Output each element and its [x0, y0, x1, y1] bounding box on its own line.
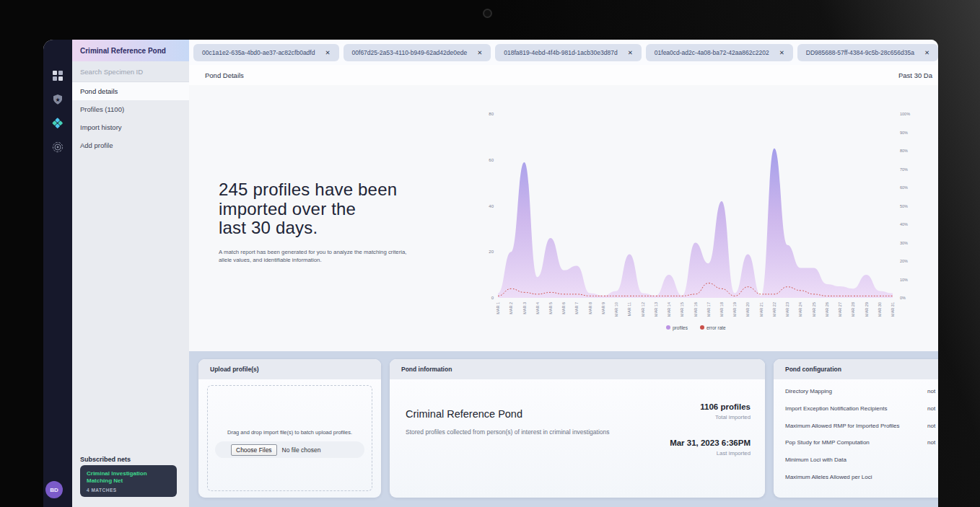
- svg-text:0%: 0%: [900, 296, 906, 300]
- hero-headline-line: imported over the: [219, 200, 414, 219]
- dashboard-grid-icon[interactable]: [52, 70, 64, 81]
- svg-text:MAR 31: MAR 31: [891, 302, 895, 317]
- svg-text:MAR 29: MAR 29: [865, 302, 869, 317]
- ponds-icon[interactable]: [52, 118, 64, 129]
- net-name: Criminal Investigation Matching Net: [87, 470, 170, 485]
- svg-text:40: 40: [489, 204, 494, 208]
- pond-description: Stored profiles collected from person(s)…: [406, 428, 610, 436]
- tab-bar: 00c1a1e2-635a-4bd0-ae37-ac82cfb0adfd✕00f…: [189, 40, 938, 66]
- subscribed-net-card[interactable]: Criminal Investigation Matching Net 4 MA…: [80, 465, 177, 497]
- svg-text:90%: 90%: [900, 131, 908, 135]
- config-label: Maximum Allowed RMP for Imported Profile…: [785, 423, 900, 429]
- svg-text:profiles: profiles: [673, 325, 688, 331]
- specimen-tab-1[interactable]: 00f67d25-2a53-4110-b949-62ad42de0ede✕: [344, 44, 491, 61]
- svg-text:MAR 17: MAR 17: [706, 302, 711, 317]
- config-row: Directory Mappingnot: [774, 384, 938, 401]
- svg-text:MAR 27: MAR 27: [838, 302, 842, 317]
- pond-title: Criminal Reference Pond: [72, 40, 189, 61]
- total-imported-stat: 1106 profiles Total imported: [700, 402, 751, 420]
- tab-label: 00c1a1e2-635a-4bd0-ae37-ac82cfb0adfd: [202, 49, 315, 56]
- last-imported-label: Last imported: [670, 450, 751, 457]
- tab-close-icon[interactable]: ✕: [924, 49, 929, 56]
- dropzone-hint: Drag and drop import file(s) to batch up…: [208, 429, 372, 436]
- hero-summary: 245 profiles have beenimported over thel…: [219, 180, 414, 264]
- svg-text:80%: 80%: [900, 149, 908, 153]
- config-row: Maximum Allowed RMP for Imported Profile…: [774, 418, 938, 436]
- config-row: Maximum Alleles Allowed per Loci: [774, 469, 938, 487]
- svg-text:MAR 21: MAR 21: [759, 302, 764, 317]
- camera-dot: [483, 9, 492, 18]
- tab-label: 01fea0cd-ad2c-4a08-ba72-42aa862c2202: [655, 49, 769, 56]
- pond-name: Criminal Reference Pond: [406, 408, 522, 420]
- svg-text:MAR 16: MAR 16: [694, 302, 698, 317]
- main-area: 00c1a1e2-635a-4bd0-ae37-ac82cfb0adfd✕00f…: [189, 40, 938, 507]
- page-header: Pond Details Past 30 Da: [189, 65, 938, 86]
- config-row: Import Exception Notification Recipients…: [774, 401, 938, 418]
- svg-text:100%: 100%: [900, 112, 910, 116]
- net-matches-badge: 4 MATCHES: [87, 488, 170, 493]
- search-specimen-input[interactable]: [72, 61, 189, 82]
- pond-details-content: 245 profiles have beenimported over thel…: [189, 85, 938, 351]
- matching-net-icon[interactable]: [52, 141, 64, 153]
- hero-headline-line: 245 profiles have been: [219, 180, 414, 200]
- shield-star-icon[interactable]: ★: [52, 94, 64, 105]
- sidebar-nav: Pond detailsProfiles (1100)Import histor…: [72, 82, 189, 154]
- specimen-tab-3[interactable]: 01fea0cd-ad2c-4a08-ba72-42aa862c2202✕: [646, 44, 793, 61]
- config-label: Minimum Loci with Data: [785, 457, 846, 463]
- hero-subtext: A match report has been generated for yo…: [219, 248, 415, 265]
- svg-text:70%: 70%: [900, 167, 908, 172]
- config-label: Maximum Alleles Allowed per Loci: [785, 474, 872, 480]
- svg-text:60: 60: [489, 158, 494, 162]
- sidebar-item-import-history[interactable]: Import history: [72, 118, 189, 136]
- config-label: Import Exception Notification Recipients: [785, 405, 887, 412]
- svg-text:MAR 11: MAR 11: [627, 302, 631, 316]
- sidebar-item-add-profile[interactable]: Add profile: [72, 136, 189, 154]
- svg-text:MAR 8: MAR 8: [588, 302, 592, 314]
- specimen-tab-0[interactable]: 00c1a1e2-635a-4bd0-ae37-ac82cfb0adfd✕: [193, 44, 339, 61]
- svg-text:40%: 40%: [900, 222, 908, 226]
- last-imported-value: Mar 31, 2023 6:36PM: [670, 438, 751, 447]
- config-rows: Directory MappingnotImport Exception Not…: [774, 384, 938, 487]
- config-value: not: [927, 405, 935, 412]
- tab-close-icon[interactable]: ✕: [325, 49, 330, 56]
- config-value: not: [927, 439, 935, 446]
- choose-files-button[interactable]: Choose Files: [231, 444, 277, 456]
- bottom-panel: Upload profile(s) Drag and drop import f…: [189, 351, 938, 507]
- svg-text:80: 80: [489, 112, 494, 116]
- svg-text:MAR 4: MAR 4: [535, 302, 540, 314]
- svg-text:50%: 50%: [900, 204, 908, 208]
- config-value: not: [927, 423, 935, 429]
- tab-label: 018fa819-4ebd-4f4b-981d-1acb30e3d87d: [504, 49, 617, 56]
- tab-close-icon[interactable]: ✕: [628, 49, 633, 56]
- specimen-tab-2[interactable]: 018fa819-4ebd-4f4b-981d-1acb30e3d87d✕: [495, 44, 642, 61]
- app-window: ★ BD Criminal Reference Pond Pond detail…: [43, 40, 938, 507]
- total-imported-label: Total imported: [700, 414, 751, 420]
- config-label: Directory Mapping: [785, 388, 832, 394]
- user-avatar[interactable]: BD: [45, 481, 63, 498]
- tab-label: DD985688-57ff-4384-9c5b-28c656d35a: [806, 49, 914, 56]
- svg-text:MAR 24: MAR 24: [798, 302, 802, 317]
- svg-text:MAR 20: MAR 20: [745, 302, 750, 317]
- specimen-tab-4[interactable]: DD985688-57ff-4384-9c5b-28c656d35a✕: [797, 44, 938, 61]
- svg-text:MAR 2: MAR 2: [509, 302, 513, 314]
- svg-text:MAR 19: MAR 19: [732, 302, 737, 317]
- subscribed-nets-label: Subscribed nets: [80, 456, 131, 463]
- date-range-select[interactable]: Past 30 Da: [898, 71, 932, 79]
- svg-text:MAR 25: MAR 25: [812, 302, 816, 317]
- file-dropzone[interactable]: Drag and drop import file(s) to batch up…: [207, 385, 372, 491]
- sidebar-item-pond-details[interactable]: Pond details: [72, 82, 189, 100]
- svg-text:0: 0: [491, 296, 494, 300]
- svg-text:MAR 18: MAR 18: [719, 302, 724, 317]
- svg-text:30%: 30%: [900, 241, 908, 245]
- device-bezel: ★ BD Criminal Reference Pond Pond detail…: [0, 0, 980, 507]
- sidebar-item-profiles-1100-[interactable]: Profiles (1100): [72, 100, 189, 118]
- page-title: Pond Details: [205, 71, 244, 79]
- hero-headline: 245 profiles have beenimported over thel…: [219, 180, 414, 238]
- upload-profiles-card: Upload profile(s) Drag and drop import f…: [198, 359, 381, 498]
- config-row: Pop Study for MMP Computationnot: [774, 435, 938, 452]
- tab-close-icon[interactable]: ✕: [779, 49, 784, 56]
- config-row: Minimum Loci with Data: [774, 452, 938, 469]
- total-imported-value: 1106 profiles: [700, 402, 751, 411]
- svg-text:MAR 10: MAR 10: [614, 302, 618, 317]
- tab-close-icon[interactable]: ✕: [477, 49, 482, 56]
